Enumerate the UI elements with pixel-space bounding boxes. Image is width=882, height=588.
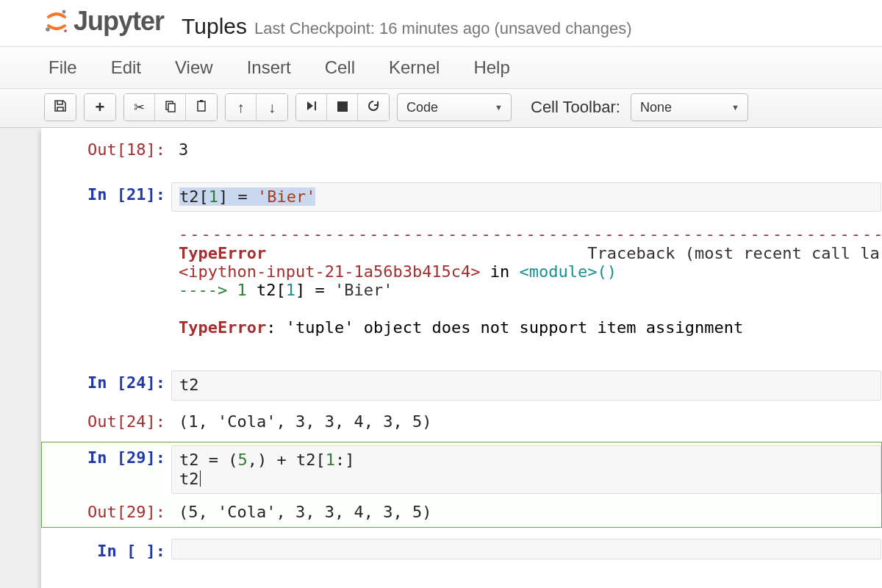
notebook-area[interactable]: Out[18]: 3 In [21]: t2[1] = 'Bier' -----… bbox=[41, 128, 882, 588]
output-value: (5, 'Cola', 3, 3, 4, 3, 5) bbox=[171, 500, 881, 524]
menu-kernel[interactable]: Kernel bbox=[384, 47, 444, 88]
restart-button[interactable] bbox=[358, 94, 389, 121]
traceback: ----------------------------------------… bbox=[171, 220, 881, 350]
run-button[interactable] bbox=[296, 94, 327, 121]
svg-point-1 bbox=[46, 27, 50, 32]
arrow-down-icon: ↓ bbox=[268, 99, 276, 116]
add-cell-button[interactable]: + bbox=[85, 94, 115, 121]
notebook-header: Jupyter Tuples Last Checkpoint: 16 minut… bbox=[0, 0, 882, 46]
move-down-button[interactable]: ↓ bbox=[257, 94, 287, 121]
menu-help[interactable]: Help bbox=[469, 47, 514, 88]
svg-point-2 bbox=[64, 29, 67, 32]
output-cell-18: Out[18]: 3 bbox=[41, 134, 882, 165]
menu-file[interactable]: File bbox=[44, 47, 82, 88]
code-input[interactable]: t2[1] = 'Bier' bbox=[171, 182, 881, 212]
in-prompt: In [21]: bbox=[42, 182, 171, 212]
jupyter-logo[interactable]: Jupyter bbox=[44, 6, 164, 37]
restart-icon bbox=[367, 99, 380, 116]
scissors-icon: ✂ bbox=[134, 99, 145, 115]
interrupt-button[interactable] bbox=[327, 94, 358, 121]
output-cell-24: Out[24]: (1, 'Cola', 3, 3, 4, 3, 5) bbox=[41, 406, 882, 437]
in-prompt: In [24]: bbox=[42, 370, 171, 400]
output-value: (1, 'Cola', 3, 3, 4, 3, 5) bbox=[171, 409, 881, 434]
save-icon bbox=[54, 99, 67, 116]
toolbar: + ✂ ↑ ↓ Code Cell Toolbar: None bbox=[0, 89, 882, 128]
copy-icon bbox=[164, 99, 177, 116]
svg-rect-7 bbox=[337, 101, 348, 112]
code-cell-empty[interactable]: In [ ]: bbox=[41, 535, 882, 564]
celltoolbar-label: Cell Toolbar: bbox=[531, 98, 620, 117]
traceback-output-21: ----------------------------------------… bbox=[41, 217, 882, 354]
out-prompt: Out[18]: bbox=[42, 137, 171, 162]
notebook-title[interactable]: Tuples bbox=[182, 14, 247, 39]
out-prompt: Out[24]: bbox=[42, 409, 171, 434]
svg-point-0 bbox=[62, 10, 66, 14]
output-cell-29: Out[29]: (5, 'Cola', 3, 3, 4, 3, 5) bbox=[41, 497, 882, 528]
code-cell-21[interactable]: In [21]: t2[1] = 'Bier' bbox=[41, 179, 882, 215]
arrow-up-icon: ↑ bbox=[237, 99, 245, 116]
logo-text: Jupyter bbox=[74, 6, 164, 37]
code-input[interactable]: t2 = (5,) + t2[1:] t2 bbox=[171, 445, 881, 495]
checkpoint-text: Last Checkpoint: 16 minutes ago (unsaved… bbox=[254, 19, 632, 38]
in-prompt: In [29]: bbox=[42, 445, 171, 495]
celltoolbar-select[interactable]: None bbox=[631, 93, 748, 121]
code-input[interactable] bbox=[171, 539, 881, 559]
jupyter-icon bbox=[44, 9, 69, 34]
svg-rect-4 bbox=[168, 104, 175, 112]
menu-insert[interactable]: Insert bbox=[243, 47, 295, 88]
menu-cell[interactable]: Cell bbox=[320, 47, 359, 88]
paste-button[interactable] bbox=[186, 94, 217, 121]
step-forward-icon bbox=[306, 100, 318, 115]
save-button[interactable] bbox=[45, 94, 76, 121]
code-cell-29[interactable]: In [29]: t2 = (5,) + t2[1:] t2 bbox=[41, 442, 882, 498]
svg-rect-5 bbox=[198, 101, 205, 111]
svg-rect-6 bbox=[200, 100, 203, 102]
celltype-select[interactable]: Code bbox=[397, 93, 512, 121]
cut-button[interactable]: ✂ bbox=[124, 94, 155, 121]
code-cell-24[interactable]: In [24]: t2 bbox=[41, 367, 882, 404]
plus-icon: + bbox=[96, 98, 105, 117]
paste-icon bbox=[195, 99, 208, 116]
stop-icon bbox=[337, 100, 348, 115]
title-area: Tuples Last Checkpoint: 16 minutes ago (… bbox=[182, 14, 632, 39]
output-value: 3 bbox=[171, 137, 881, 162]
in-prompt: In [ ]: bbox=[42, 539, 171, 560]
code-input[interactable]: t2 bbox=[171, 370, 881, 400]
menu-edit[interactable]: Edit bbox=[107, 47, 146, 88]
text-cursor bbox=[200, 470, 201, 487]
copy-button[interactable] bbox=[155, 94, 186, 121]
menu-view[interactable]: View bbox=[171, 47, 218, 88]
move-up-button[interactable]: ↑ bbox=[226, 94, 257, 121]
out-prompt: Out[29]: bbox=[42, 500, 171, 524]
menubar: File Edit View Insert Cell Kernel Help bbox=[0, 46, 882, 89]
